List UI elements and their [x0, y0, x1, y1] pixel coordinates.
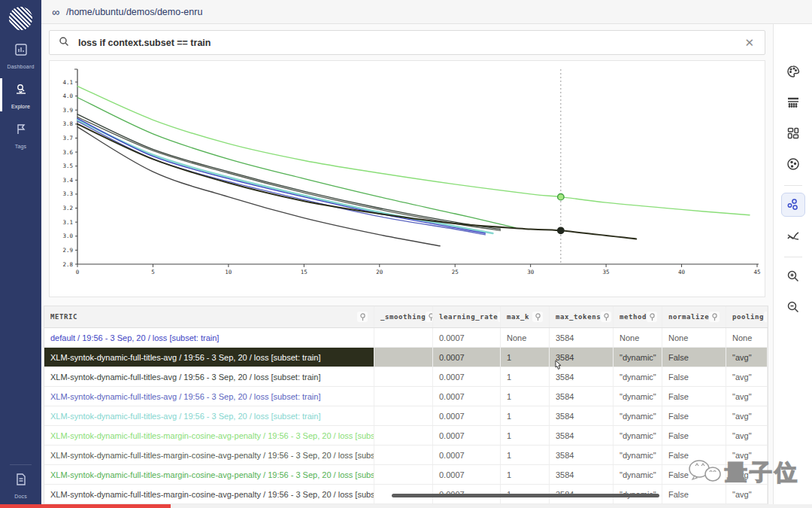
runs-table: METRIC_smoothinglearning_ratemax_kmax_to… — [44, 306, 768, 505]
cell-metric[interactable]: XLM-syntok-dynamic-full-titles-avg / 19:… — [44, 348, 374, 367]
scatter-bubbles-icon[interactable] — [781, 193, 805, 217]
cell-max_k: 1 — [501, 406, 550, 425]
series-line[interactable] — [77, 118, 485, 233]
cell-max_tokens: 3584 — [550, 387, 614, 406]
column-header-max_k[interactable]: max_k — [501, 306, 550, 327]
table-row[interactable]: XLM-syntok-dynamic-full-titles-avg / 19:… — [44, 348, 768, 367]
column-header-max_tokens[interactable]: max_tokens — [550, 306, 614, 327]
cell-learning_rate: 0.0007 — [433, 348, 501, 367]
series-line[interactable] — [77, 124, 636, 239]
cell-metric[interactable]: XLM-syntok-dynamic-full-titles-margin-co… — [44, 446, 374, 464]
y-tick-label: 4.0 — [62, 93, 73, 99]
column-header-learning_rate[interactable]: learning_rate — [433, 306, 501, 327]
sidebar-item-docs[interactable]: Docs — [0, 473, 41, 501]
series-line[interactable] — [77, 97, 516, 227]
tags-icon — [14, 123, 28, 136]
column-header-smoothing[interactable]: _smoothing — [374, 306, 433, 327]
cell-metric[interactable]: XLM-syntok-dynamic-full-titles-avg / 19:… — [44, 367, 374, 386]
pin-column-icon[interactable] — [357, 312, 368, 322]
cell-smoothing — [374, 446, 433, 464]
video-progress-track[interactable] — [0, 504, 812, 508]
cell-learning_rate: 0.0007 — [433, 406, 501, 425]
cell-normalize: False — [662, 348, 726, 367]
pin-column-icon[interactable] — [709, 312, 720, 322]
pin-column-icon[interactable] — [532, 312, 543, 322]
watermark-text: 量子位 — [725, 458, 799, 488]
cell-metric[interactable]: XLM-syntok-dynamic-full-titles-margin-co… — [44, 485, 374, 503]
cell-metric[interactable]: XLM-syntok-dynamic-full-titles-avg / 19:… — [44, 406, 374, 425]
sidebar-item-explore[interactable]: Explore — [0, 83, 41, 111]
cell-max_k: 1 — [501, 465, 550, 484]
pin-column-icon[interactable] — [601, 312, 611, 322]
table-header-row: METRIC_smoothinglearning_ratemax_kmax_to… — [44, 306, 768, 328]
circle-dots-icon[interactable] — [781, 152, 805, 176]
table-row[interactable]: XLM-syntok-dynamic-full-titles-avg / 19:… — [44, 406, 768, 426]
trend-lines-icon[interactable] — [781, 224, 805, 248]
cell-method: None — [614, 328, 662, 347]
palette-icon[interactable] — [781, 59, 805, 84]
sidebar-item-tags[interactable]: Tags — [0, 123, 41, 151]
app-logo-icon[interactable] — [9, 7, 32, 30]
table-row[interactable]: default / 19:56 - 3 Sep, 20 / loss [subs… — [44, 328, 768, 348]
cell-method: "dynamic" — [614, 367, 662, 386]
zoom-in-icon[interactable] — [781, 264, 805, 288]
cell-max_tokens: 3584 — [550, 465, 614, 484]
cell-smoothing — [374, 328, 433, 347]
video-progress-fill — [0, 504, 171, 508]
cell-pooling: "avg" — [726, 426, 768, 445]
pin-column-icon[interactable] — [426, 312, 433, 322]
loss-chart[interactable]: 2.82.93.03.13.23.33.43.53.63.73.83.94.04… — [50, 61, 765, 297]
app-window: Dashboard Explore Tags Docs ∞ /home/ubun… — [0, 0, 812, 508]
column-header-metric[interactable]: METRIC — [44, 306, 374, 327]
column-header-label: normalize — [668, 313, 709, 321]
table-rows-icon[interactable] — [781, 90, 805, 114]
breadcrumb[interactable]: /home/ubuntu/demos/demo-enru — [66, 7, 202, 17]
cell-metric[interactable]: XLM-syntok-dynamic-full-titles-margin-co… — [44, 465, 374, 484]
sidebar-divider — [10, 464, 32, 465]
column-header-label: METRIC — [50, 313, 77, 321]
horizontal-scrollbar[interactable] — [392, 494, 659, 497]
tracker-point[interactable] — [558, 193, 564, 199]
cell-metric[interactable]: XLM-syntok-dynamic-full-titles-avg / 19:… — [44, 387, 374, 406]
sidebar-item-label: Docs — [14, 494, 27, 499]
cell-normalize: False — [662, 367, 726, 386]
column-header-pooling[interactable]: pooling — [726, 306, 768, 327]
search-query-input[interactable]: loss if context.subset == train — [78, 38, 744, 48]
x-tick-label: 15 — [301, 269, 308, 275]
sidebar-item-dashboard[interactable]: Dashboard — [0, 43, 41, 71]
cell-normalize: False — [662, 387, 726, 406]
table-row[interactable]: XLM-syntok-dynamic-full-titles-margin-co… — [44, 446, 768, 465]
cell-pooling: "avg" — [726, 406, 768, 425]
series-line[interactable] — [77, 114, 501, 230]
column-header-label: learning_rate — [439, 313, 498, 321]
cell-max_k: 1 — [501, 446, 550, 464]
tracker-point[interactable] — [558, 227, 564, 233]
grid-layout-icon[interactable] — [781, 121, 805, 145]
toolbar-divider — [784, 185, 802, 186]
series-line[interactable] — [77, 117, 501, 231]
series-line[interactable] — [77, 120, 492, 233]
table-row[interactable]: XLM-syntok-dynamic-full-titles-margin-co… — [44, 426, 768, 446]
cell-max_k: 1 — [501, 348, 550, 367]
pin-column-icon[interactable] — [764, 312, 768, 322]
y-tick-label: 3.2 — [62, 205, 73, 211]
table-row[interactable]: XLM-syntok-dynamic-full-titles-avg / 19:… — [44, 387, 768, 406]
pin-column-icon[interactable] — [647, 312, 657, 322]
docs-icon — [14, 473, 28, 486]
column-header-label: max_k — [507, 313, 529, 321]
series-line[interactable] — [77, 87, 750, 215]
zoom-out-icon[interactable] — [781, 295, 805, 319]
cell-smoothing — [374, 348, 433, 367]
column-header-normalize[interactable]: normalize — [662, 306, 726, 327]
cell-method: "dynamic" — [614, 406, 662, 425]
cell-metric[interactable]: XLM-syntok-dynamic-full-titles-margin-co… — [44, 426, 374, 445]
x-tick-label: 10 — [225, 269, 232, 275]
x-tick-label: 35 — [603, 269, 610, 275]
cell-method: "dynamic" — [614, 387, 662, 406]
close-icon[interactable]: ✕ — [744, 36, 754, 50]
cell-metric[interactable]: default / 19:56 - 3 Sep, 20 / loss [subs… — [44, 328, 374, 347]
cell-pooling: None — [726, 328, 768, 347]
table-row[interactable]: XLM-syntok-dynamic-full-titles-avg / 19:… — [44, 367, 768, 387]
column-header-method[interactable]: method — [614, 306, 662, 327]
table-row[interactable]: XLM-syntok-dynamic-full-titles-margin-co… — [44, 465, 768, 485]
